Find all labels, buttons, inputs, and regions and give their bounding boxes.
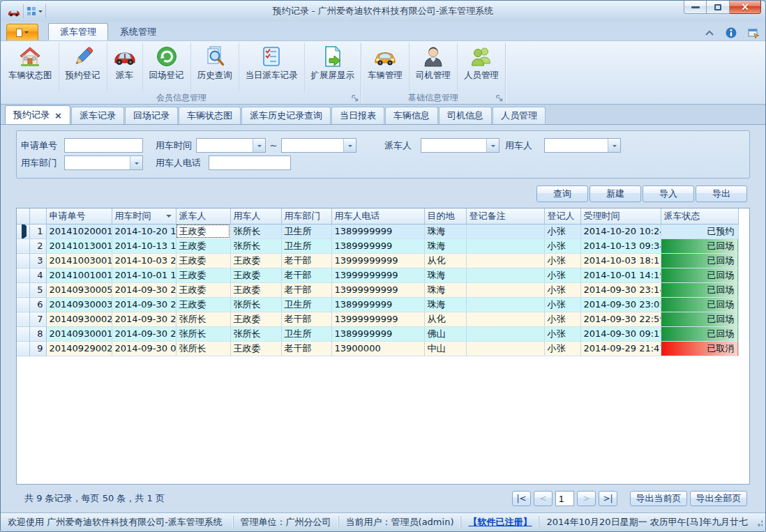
cell-destination[interactable]: 从化 [424,253,466,268]
row-indicator[interactable] [17,268,29,282]
cell-remark[interactable] [466,326,544,341]
cell-dept[interactable]: 卫生所 [281,238,331,253]
doc-tab-dispatch-history-query[interactable]: 派车历史记录查询 [241,107,331,124]
use-time-from-combo[interactable] [196,138,266,153]
cell-phone[interactable]: 13999999999 [331,282,424,297]
skin-selector-icon[interactable] [748,28,760,38]
header-registrar[interactable]: 登记人 [544,208,580,224]
table-row[interactable]: 7 20140930002 2014-09-30 22:00 张所长 王政委 老… [17,312,738,326]
table-row[interactable]: 4 20141001001 2014-10-01 16:00 王政委 王政委 老… [17,268,738,282]
cell-use-time[interactable]: 2014-09-30 23:00 [112,297,176,312]
cell-phone[interactable]: 1389999999 [331,238,424,253]
cell-destination[interactable]: 中山 [424,341,466,356]
cell-dept[interactable]: 老干部 [281,282,331,297]
maximize-button[interactable] [707,1,730,14]
cell-destination[interactable]: 珠海 [424,268,466,282]
query-button[interactable]: 查询 [536,185,588,202]
minimize-button[interactable] [684,1,707,14]
export-button[interactable]: 导出 [696,185,747,202]
cell-phone[interactable]: 1389999999 [331,297,424,312]
cell-remark[interactable] [466,268,544,282]
phone-input[interactable] [209,155,291,170]
cell-order-no[interactable]: 20140930001 [46,326,112,341]
cell-destination[interactable]: 珠海 [424,297,466,312]
cell-registrar[interactable]: 小张 [544,312,580,326]
cell-dept[interactable]: 老干部 [281,268,331,282]
row-number[interactable]: 6 [29,297,46,312]
cell-dept[interactable]: 卫生所 [281,326,331,341]
application-menu-button[interactable] [6,24,38,40]
new-button[interactable]: 新建 [589,185,641,202]
row-number[interactable]: 8 [29,326,46,341]
cell-order-no[interactable]: 20141013001 [46,238,112,253]
header-dispatcher[interactable]: 派车人 [176,208,230,224]
cell-registrar[interactable]: 小张 [544,326,580,341]
cell-order-no[interactable]: 20140929002 [46,341,112,356]
ribbon-tab-system[interactable]: 系统管理 [108,23,168,40]
ribbon-button-return-register[interactable]: 回场登记 [143,43,191,91]
cell-dept[interactable]: 老干部 [281,253,331,268]
status-cell[interactable]: 已回场 [661,238,738,253]
cell-registrar[interactable]: 小张 [544,224,580,238]
dialog-launcher-icon[interactable] [495,94,504,102]
ribbon-button-driver-manage[interactable]: 司机管理 [410,43,458,91]
header-order-no[interactable]: 申请单号 [46,208,112,224]
ribbon-button-reservation-register[interactable]: 预约登记 [59,43,107,91]
cell-phone[interactable]: 1389999999 [331,224,424,238]
ribbon-button-personnel-manage[interactable]: 人员管理 [458,43,505,91]
collapse-ribbon-chevron-icon[interactable] [705,30,714,36]
cell-use-time[interactable]: 2014-10-03 20:00 [112,253,176,268]
cell-accept-time[interactable]: 2014-10-01 14:19 [580,268,661,282]
cell-user[interactable]: 张所长 [230,326,281,341]
export-current-page-button[interactable]: 导出当前页 [630,491,687,506]
cell-user[interactable]: 张所长 [230,224,281,238]
status-cell[interactable]: 已回场 [661,312,738,326]
cell-accept-time[interactable]: 2014-10-03 18:11 [580,253,661,268]
doc-tab-reservation-records[interactable]: 预约记录 × [5,105,70,124]
cell-use-time[interactable]: 2014-10-13 15:00 [112,238,176,253]
status-cell[interactable]: 已回场 [661,253,738,268]
cell-dept[interactable]: 老干部 [281,312,331,326]
cell-user[interactable]: 王政委 [230,253,281,268]
row-indicator[interactable] [17,312,29,326]
doc-tab-personnel-manage[interactable]: 人员管理 [493,107,546,124]
row-indicator[interactable] [17,297,29,312]
table-row[interactable]: 5 20140930005 2014-09-30 23:30 王政委 王政委 老… [17,282,738,297]
cell-order-no[interactable]: 20140930002 [46,312,112,326]
cell-remark[interactable] [466,238,544,253]
user-combo[interactable] [544,138,621,153]
row-indicator[interactable] [17,224,29,238]
status-cell[interactable]: 已回场 [661,297,738,312]
cell-remark[interactable] [466,224,544,238]
cell-accept-time[interactable]: 2014-10-13 09:34 [580,238,661,253]
close-button[interactable]: × [730,1,761,14]
cell-remark[interactable] [466,282,544,297]
cell-phone[interactable]: 13999999999 [331,268,424,282]
row-number[interactable]: 5 [29,282,46,297]
status-cell[interactable]: 已回场 [661,326,738,341]
combo-dropdown-button[interactable] [253,139,265,152]
cell-destination[interactable]: 珠海 [424,224,466,238]
row-indicator[interactable] [17,253,29,268]
software-registered-link[interactable]: 【软件已注册】 [460,516,539,529]
cell-dispatcher[interactable]: 王政委 [176,238,230,253]
table-row[interactable]: 8 20140930001 2014-09-30 20:00 张所长 张所长 卫… [17,326,738,341]
doc-tab-vehicle-status-map[interactable]: 车辆状态图 [179,107,241,124]
page-number-input[interactable] [555,491,574,506]
row-indicator[interactable] [17,341,29,356]
doc-tab-return-records[interactable]: 回场记录 [125,107,178,124]
cell-accept-time[interactable]: 2014-09-30 09:17 [580,326,661,341]
header-destination[interactable]: 目的地 [424,208,466,224]
ribbon-button-extend-screen[interactable]: 扩展屏显示 [305,43,361,91]
combo-dropdown-button[interactable] [343,139,356,152]
prev-page-button[interactable]: < [534,491,553,506]
cell-accept-time[interactable]: 2014-09-30 22:59 [580,312,661,326]
first-page-button[interactable]: |< [512,491,531,506]
cell-order-no[interactable]: 20140930005 [46,282,112,297]
header-user[interactable]: 用车人 [230,208,281,224]
cell-user[interactable]: 王政委 [230,312,281,326]
row-number[interactable]: 2 [29,238,46,253]
cell-accept-time[interactable]: 2014-09-30 23:14 [580,282,661,297]
ribbon-tab-dispatch[interactable]: 派车管理 [48,23,108,40]
cell-registrar[interactable]: 小张 [544,268,580,282]
